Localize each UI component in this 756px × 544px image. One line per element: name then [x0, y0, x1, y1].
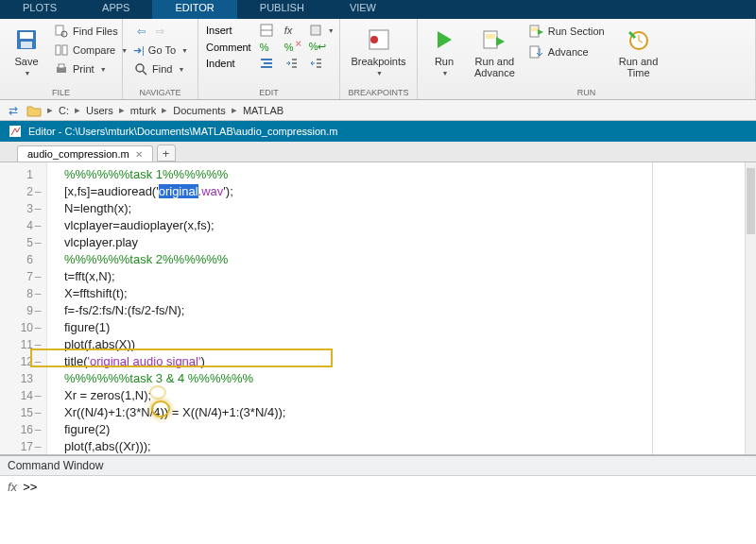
tab-plots[interactable]: PLOTS — [0, 0, 79, 19]
crumb-matlab[interactable]: MATLAB — [243, 105, 284, 116]
run-time-button[interactable]: Run and Time — [613, 23, 664, 82]
svg-rect-17 — [292, 59, 297, 60]
indent-left-button[interactable] — [306, 56, 337, 71]
chevron-down-icon: ▼ — [181, 47, 188, 54]
insert-fx-button[interactable]: fx — [282, 24, 301, 37]
comment-label: Comment — [206, 42, 251, 53]
svg-line-10 — [143, 71, 146, 75]
chevron-down-icon: ▼ — [376, 70, 383, 76]
fx-icon: fx — [8, 480, 17, 494]
breakpoint-icon — [366, 26, 392, 53]
file-tab[interactable]: audio_compression.m ✕ — [17, 145, 153, 162]
line-gutter: 1 2– 3– 4– 5– 6 7– 8– 9– 10– 11– 12– 13 … — [0, 162, 47, 454]
svg-rect-22 — [317, 66, 321, 68]
svg-rect-25 — [484, 31, 497, 48]
chevron-right-icon: ▸ — [47, 104, 53, 116]
vertical-scrollbar[interactable] — [745, 162, 756, 454]
insert-section-button[interactable] — [257, 23, 276, 38]
editor-title-bar: Editor - C:\Users\mturk\Documents\MATLAB… — [0, 121, 756, 142]
chevron-right-icon: ▸ — [75, 104, 80, 116]
svg-rect-3 — [56, 26, 63, 35]
tab-publish[interactable]: PUBLISH — [237, 0, 327, 19]
tab-view[interactable]: VIEW — [327, 0, 399, 19]
insert-label: Insert — [206, 25, 251, 36]
edit-group-label: EDIT — [198, 88, 339, 97]
svg-rect-5 — [56, 45, 60, 55]
address-bar: ⇄ ▸ C: ▸ Users ▸ mturk ▸ Documents ▸ MAT… — [0, 100, 756, 121]
command-window: Command Window fx >> — [0, 455, 756, 498]
advance-icon — [529, 44, 544, 60]
chevron-down-icon: ▼ — [178, 66, 184, 73]
compare-button[interactable]: Compare▼ — [51, 42, 130, 59]
svg-rect-6 — [62, 45, 67, 55]
run-advance-icon — [481, 26, 507, 53]
comment-remove-button[interactable]: %⤫ — [282, 41, 301, 54]
crumb-mturk[interactable]: mturk — [130, 105, 157, 116]
svg-rect-20 — [317, 59, 321, 60]
message-bar — [652, 162, 756, 454]
editor-title-text: Editor - C:\Users\mturk\Documents\MATLAB… — [28, 126, 337, 137]
svg-rect-26 — [486, 34, 495, 39]
indent-label: Indent — [206, 58, 251, 69]
svg-rect-15 — [264, 62, 272, 64]
toolstrip: Save ▼ Find Files Compare▼ Print▼ FILE ⇦… — [0, 19, 756, 100]
play-icon — [431, 26, 457, 53]
svg-rect-29 — [530, 46, 539, 58]
indent-smart-button[interactable] — [257, 56, 276, 71]
command-prompt[interactable]: fx >> — [0, 476, 756, 498]
svg-rect-8 — [59, 64, 64, 68]
print-icon — [54, 61, 69, 76]
crumb-c[interactable]: C: — [59, 105, 69, 116]
find-button[interactable]: Find▼ — [130, 60, 190, 77]
compare-icon — [54, 42, 69, 58]
editor-icon — [8, 124, 23, 139]
chevron-down-icon: ▼ — [25, 70, 31, 76]
run-section-button[interactable]: Run Section — [526, 23, 608, 40]
run-button[interactable]: Run ▼ — [425, 23, 463, 80]
goto-button[interactable]: ➜|Go To▼ — [130, 42, 190, 59]
crumb-documents[interactable]: Documents — [173, 105, 226, 116]
insert-var-button[interactable]: ▼ — [306, 23, 337, 38]
search-icon — [133, 61, 148, 76]
indent-right-button[interactable] — [282, 56, 301, 71]
comment-add-button[interactable]: % — [257, 41, 276, 54]
ribbon-tabs: PLOTS APPS EDITOR PUBLISH VIEW — [0, 0, 756, 19]
svg-rect-28 — [531, 27, 538, 31]
goto-icon: ➜| — [133, 42, 145, 58]
tab-apps[interactable]: APPS — [79, 0, 152, 19]
back-forward-icon[interactable]: ⇄ — [6, 103, 21, 118]
find-files-icon — [54, 24, 69, 39]
comment-wrap-button[interactable]: %↩ — [306, 40, 337, 54]
tab-editor[interactable]: EDITOR — [152, 0, 236, 19]
breakpoints-button[interactable]: Breakpoints ▼ — [345, 23, 411, 80]
find-files-button[interactable]: Find Files — [51, 23, 130, 40]
chevron-down-icon: ▼ — [442, 70, 449, 76]
code-area[interactable]: %%%%%%task 1%%%%%% [x,fs]=audioread('ori… — [47, 162, 756, 454]
print-button[interactable]: Print▼ — [51, 60, 130, 77]
navigate-group-label: NAVIGATE — [123, 88, 198, 97]
code-editor[interactable]: 1 2– 3– 4– 5– 6 7– 8– 9– 10– 11– 12– 13 … — [0, 162, 756, 455]
svg-point-24 — [370, 36, 378, 43]
nav-arrows[interactable]: ⇦⇨ — [130, 23, 190, 40]
file-tab-bar: audio_compression.m ✕ + — [0, 142, 756, 162]
svg-rect-16 — [261, 66, 272, 68]
new-tab-button[interactable]: + — [157, 144, 176, 162]
breakpoints-group-label: BREAKPOINTS — [340, 88, 417, 97]
svg-rect-2 — [21, 42, 32, 48]
run-advance-button[interactable]: Run and Advance — [469, 23, 521, 82]
close-tab-icon[interactable]: ✕ — [135, 149, 143, 160]
arrow-right-icon: ⇨ — [152, 24, 167, 39]
file-group-label: FILE — [0, 88, 122, 97]
save-icon — [13, 26, 40, 53]
svg-rect-31 — [9, 126, 21, 137]
chevron-down-icon: ▼ — [328, 27, 335, 34]
svg-rect-19 — [292, 66, 297, 68]
advance-button[interactable]: Advance — [526, 43, 608, 60]
chevron-right-icon: ▸ — [119, 104, 125, 116]
run-time-icon — [626, 26, 652, 53]
svg-rect-13 — [311, 26, 320, 35]
crumb-users[interactable]: Users — [86, 105, 113, 116]
save-button[interactable]: Save ▼ — [8, 23, 45, 80]
folder-icon[interactable] — [26, 103, 42, 118]
command-window-title: Command Window — [0, 456, 756, 476]
